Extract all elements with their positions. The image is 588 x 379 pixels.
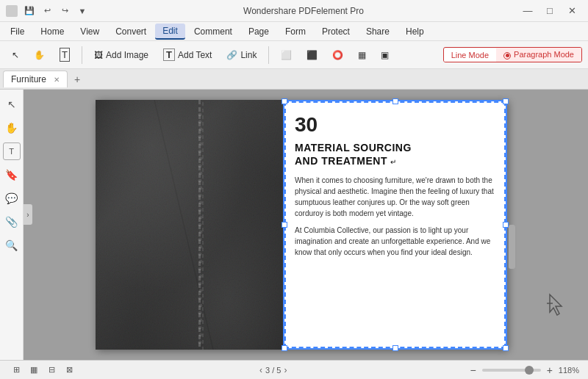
menu-page[interactable]: Page: [241, 24, 276, 39]
crop-icon: ⬜: [281, 50, 292, 60]
save-icon[interactable]: 💾: [22, 4, 37, 18]
svg-point-28: [198, 297, 201, 300]
redact-icon: ⬛: [306, 50, 318, 60]
tab-add-button[interactable]: +: [69, 71, 85, 87]
view-mode-3-button[interactable]: ⊟: [44, 363, 59, 378]
hand-tool-button[interactable]: ✋: [28, 47, 51, 63]
paragraph-radio-icon: [503, 52, 511, 59]
add-text-button[interactable]: T Add Text: [157, 46, 218, 64]
titlebar-left: 💾 ↩ ↪ ▼: [6, 4, 90, 18]
page-image: [96, 100, 283, 350]
page-text-area[interactable]: 30 MATERIAL SOURCINGAND TREATMENT ↵ When…: [283, 100, 507, 350]
page-number: 30: [295, 113, 495, 137]
svg-point-3: [198, 113, 201, 116]
sidebar-bookmark-icon[interactable]: 🔖: [3, 166, 21, 184]
menu-comment[interactable]: Comment: [187, 24, 240, 39]
menu-file[interactable]: File: [3, 24, 32, 39]
menu-protect[interactable]: Protect: [315, 24, 357, 39]
handle-ml[interactable]: [282, 222, 287, 228]
svg-point-23: [199, 260, 202, 263]
tab-furniture[interactable]: Furniture ✕: [3, 71, 68, 87]
menu-share[interactable]: Share: [359, 24, 397, 39]
zoom-slider[interactable]: [482, 369, 541, 372]
paragraph-mode-button[interactable]: Paragraph Mode: [496, 48, 581, 62]
handle-bl[interactable]: [282, 345, 287, 351]
svg-point-29: [199, 304, 202, 307]
menu-convert[interactable]: Convert: [108, 24, 154, 39]
zoom-level: 118%: [559, 366, 579, 375]
crop-tool-button[interactable]: ⬜: [275, 47, 298, 63]
paragraph-mode-label: Paragraph Mode: [514, 50, 574, 59]
edit-icon: T: [60, 48, 70, 62]
tabbar: Furniture ✕ +: [0, 69, 588, 90]
menu-view[interactable]: View: [73, 24, 107, 39]
svg-point-26: [198, 282, 201, 285]
handle-bc[interactable]: [392, 345, 398, 351]
sidebar: ↖ ✋ T 🔖 💬 📎 🔍: [0, 90, 24, 360]
svg-point-11: [199, 172, 202, 175]
add-image-button[interactable]: 🖼 Add Image: [88, 47, 154, 63]
sidebar-attachment-icon[interactable]: 📎: [3, 213, 21, 231]
scroll-thumb[interactable]: [509, 225, 515, 269]
leather-detail-svg: [96, 100, 283, 350]
page-navigation: ‹ 3 / 5 ›: [259, 365, 287, 375]
svg-point-16: [198, 209, 201, 212]
app-title: Wondershare PDFelement Pro: [90, 6, 517, 16]
svg-point-30: [198, 311, 201, 314]
menu-help[interactable]: Help: [398, 24, 431, 39]
text-cursor-icon: [544, 292, 566, 323]
view-mode-1-button[interactable]: ⊞: [9, 363, 24, 378]
sidebar-hand-icon[interactable]: ✋: [3, 119, 21, 137]
hand-icon: ✋: [34, 50, 45, 60]
sidebar-comment-icon[interactable]: 💬: [3, 190, 21, 207]
undo-icon[interactable]: ↩: [40, 4, 54, 18]
shape-icon: ⭕: [332, 50, 343, 60]
menu-edit[interactable]: Edit: [155, 24, 185, 40]
menu-form[interactable]: Form: [278, 24, 313, 39]
sidebar-cursor-icon[interactable]: ↖: [3, 95, 21, 113]
cursor-tool-button[interactable]: ↖: [6, 47, 25, 63]
svg-rect-0: [96, 100, 283, 350]
view-mode-4-button[interactable]: ⊠: [62, 363, 76, 378]
link-button[interactable]: 🔗 Link: [220, 47, 262, 63]
redo-icon[interactable]: ↪: [57, 4, 72, 18]
handle-tc[interactable]: [392, 98, 398, 104]
tab-close-button[interactable]: ✕: [54, 76, 60, 84]
svg-point-19: [199, 231, 202, 234]
zoom-plus-button[interactable]: +: [547, 364, 553, 376]
maximize-button[interactable]: □: [539, 4, 560, 18]
app-icon: [6, 5, 18, 17]
prev-page-button[interactable]: ‹: [259, 365, 262, 375]
sidebar-edit-icon[interactable]: T: [3, 142, 21, 160]
statusbar: ⊞ ▦ ⊟ ⊠ ‹ 3 / 5 › − + 118%: [0, 360, 588, 379]
line-mode-label: Line Mode: [451, 51, 489, 59]
zoom-thumb[interactable]: [525, 366, 534, 375]
svg-point-6: [198, 135, 201, 138]
zoom-minus-button[interactable]: −: [470, 364, 476, 376]
redact-tool-button[interactable]: ⬛: [301, 47, 323, 63]
svg-point-33: [199, 333, 202, 336]
handle-mr[interactable]: [503, 222, 509, 228]
leather-texture: [96, 100, 283, 350]
customize-icon[interactable]: ▼: [75, 4, 90, 18]
close-button[interactable]: ✕: [562, 4, 582, 18]
svg-point-27: [199, 289, 202, 292]
line-mode-button[interactable]: Line Mode: [444, 48, 496, 62]
handle-tl[interactable]: [282, 98, 287, 104]
cursor-icon: ↖: [12, 50, 19, 60]
edit-tool-button[interactable]: T: [54, 45, 76, 65]
svg-point-10: [198, 165, 201, 167]
menu-home[interactable]: Home: [33, 24, 71, 39]
handle-br[interactable]: [503, 345, 509, 351]
view-mode-2-button[interactable]: ▦: [26, 363, 41, 378]
handle-tr[interactable]: [503, 98, 509, 104]
svg-point-20: [198, 238, 201, 241]
sidebar-collapse-button[interactable]: ›: [24, 204, 32, 225]
table-tool-button[interactable]: ▦: [352, 47, 372, 63]
minimize-button[interactable]: —: [517, 4, 538, 18]
sidebar-search-icon[interactable]: 🔍: [3, 237, 21, 254]
shape-tool-button[interactable]: ⭕: [326, 47, 349, 63]
svg-point-15: [199, 201, 202, 204]
watermark-tool-button[interactable]: ▣: [375, 47, 395, 63]
next-page-button[interactable]: ›: [284, 365, 287, 375]
